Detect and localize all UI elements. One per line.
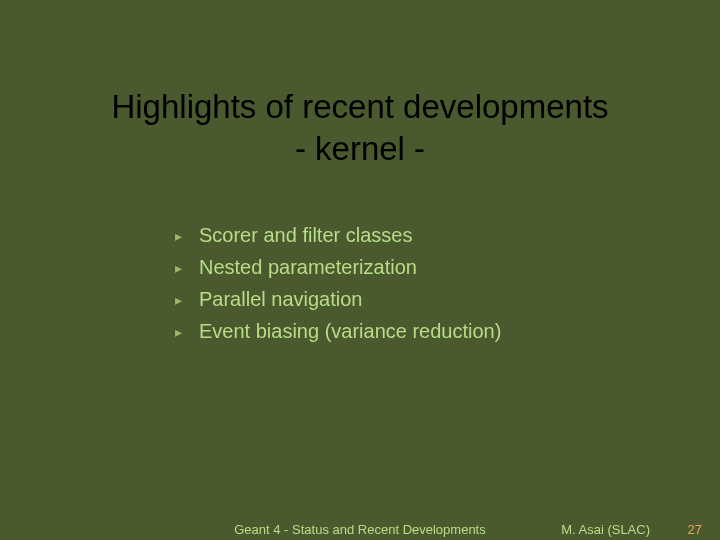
bullet-icon: ▸ bbox=[175, 322, 199, 343]
title-line-1: Highlights of recent developments bbox=[111, 88, 608, 125]
bullet-list: ▸ Scorer and filter classes ▸ Nested par… bbox=[175, 220, 501, 348]
title-line-2: - kernel - bbox=[295, 130, 425, 167]
footer-author: M. Asai (SLAC) bbox=[561, 522, 650, 537]
bullet-text: Nested parameterization bbox=[199, 252, 417, 282]
slide-title: Highlights of recent developments - kern… bbox=[22, 86, 698, 170]
list-item: ▸ Nested parameterization bbox=[175, 252, 501, 282]
bullet-text: Scorer and filter classes bbox=[199, 220, 412, 250]
bullet-icon: ▸ bbox=[175, 226, 199, 247]
list-item: ▸ Scorer and filter classes bbox=[175, 220, 501, 250]
slide: Highlights of recent developments - kern… bbox=[0, 0, 720, 540]
bullet-text: Parallel navigation bbox=[199, 284, 362, 314]
bullet-text: Event biasing (variance reduction) bbox=[199, 316, 501, 346]
page-number: 27 bbox=[688, 522, 702, 537]
bullet-icon: ▸ bbox=[175, 258, 199, 279]
list-item: ▸ Event biasing (variance reduction) bbox=[175, 316, 501, 346]
bullet-icon: ▸ bbox=[175, 290, 199, 311]
list-item: ▸ Parallel navigation bbox=[175, 284, 501, 314]
